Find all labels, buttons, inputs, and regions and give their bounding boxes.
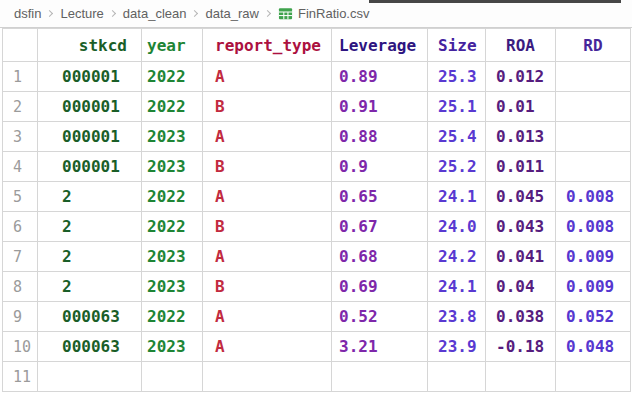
cell-rd-row3[interactable]: [556, 122, 631, 152]
cell-size-row4[interactable]: 25.2: [428, 152, 486, 182]
cell-size-row3[interactable]: 25.4: [428, 122, 486, 152]
cell-report_type-row7[interactable]: A: [203, 242, 332, 272]
cell-stkcd-row1[interactable]: 000001: [38, 62, 142, 92]
cell-size-row6[interactable]: 24.0: [428, 212, 486, 242]
cell-size-row9[interactable]: 23.8: [428, 302, 486, 332]
cell-report_type-row1[interactable]: A: [203, 62, 332, 92]
cell-roa-row10[interactable]: -0.18: [486, 332, 556, 362]
cell-rd-row9[interactable]: 0.052: [556, 302, 631, 332]
breadcrumb-item-folder[interactable]: data_raw: [205, 6, 258, 21]
column-header-year[interactable]: year: [142, 29, 203, 62]
cell-year-row8[interactable]: 2023: [142, 272, 203, 302]
cell-roa-row1[interactable]: 0.012: [486, 62, 556, 92]
cell-leverage-row7[interactable]: 0.68: [332, 242, 428, 272]
cell-year-row6[interactable]: 2022: [142, 212, 203, 242]
row-number[interactable]: 11: [3, 362, 38, 392]
cell-report_type-row11[interactable]: [203, 362, 332, 392]
cell-roa-row8[interactable]: 0.04: [486, 272, 556, 302]
cell-leverage-row6[interactable]: 0.67: [332, 212, 428, 242]
cell-report_type-row4[interactable]: B: [203, 152, 332, 182]
cell-roa-row2[interactable]: 0.01: [486, 92, 556, 122]
cell-rd-row7[interactable]: 0.009: [556, 242, 631, 272]
column-header-leverage[interactable]: Leverage: [332, 29, 428, 62]
cell-roa-row9[interactable]: 0.038: [486, 302, 556, 332]
column-header-size[interactable]: Size: [428, 29, 486, 62]
cell-size-row7[interactable]: 24.2: [428, 242, 486, 272]
cell-stkcd-row5[interactable]: 2: [38, 182, 142, 212]
cell-rd-row2[interactable]: [556, 92, 631, 122]
row-number[interactable]: 6: [3, 212, 38, 242]
column-header-rd[interactable]: RD: [556, 29, 631, 62]
cell-size-row10[interactable]: 23.9: [428, 332, 486, 362]
cell-report_type-row2[interactable]: B: [203, 92, 332, 122]
cell-year-row7[interactable]: 2023: [142, 242, 203, 272]
cell-report_type-row3[interactable]: A: [203, 122, 332, 152]
cell-rd-row1[interactable]: [556, 62, 631, 92]
cell-leverage-row9[interactable]: 0.52: [332, 302, 428, 332]
cell-leverage-row10[interactable]: 3.21: [332, 332, 428, 362]
cell-year-row9[interactable]: 2022: [142, 302, 203, 332]
cell-rd-row11[interactable]: [556, 362, 631, 392]
cell-stkcd-row9[interactable]: 000063: [38, 302, 142, 332]
cell-year-row11[interactable]: [142, 362, 203, 392]
cell-roa-row11[interactable]: [486, 362, 556, 392]
cell-rd-row4[interactable]: [556, 152, 631, 182]
cell-year-row10[interactable]: 2023: [142, 332, 203, 362]
row-number[interactable]: 4: [3, 152, 38, 182]
cell-leverage-row3[interactable]: 0.88: [332, 122, 428, 152]
cell-size-row11[interactable]: [428, 362, 486, 392]
cell-rd-row8[interactable]: 0.009: [556, 272, 631, 302]
cell-year-row4[interactable]: 2023: [142, 152, 203, 182]
cell-leverage-row1[interactable]: 0.89: [332, 62, 428, 92]
row-number[interactable]: 5: [3, 182, 38, 212]
cell-roa-row4[interactable]: 0.011: [486, 152, 556, 182]
cell-leverage-row4[interactable]: 0.9: [332, 152, 428, 182]
cell-stkcd-row2[interactable]: 000001: [38, 92, 142, 122]
cell-year-row5[interactable]: 2022: [142, 182, 203, 212]
cell-roa-row6[interactable]: 0.043: [486, 212, 556, 242]
row-number[interactable]: 3: [3, 122, 38, 152]
cell-stkcd-row8[interactable]: 2: [38, 272, 142, 302]
cell-stkcd-row11[interactable]: [38, 362, 142, 392]
cell-year-row3[interactable]: 2023: [142, 122, 203, 152]
cell-report_type-row9[interactable]: A: [203, 302, 332, 332]
cell-stkcd-row7[interactable]: 2: [38, 242, 142, 272]
row-number[interactable]: 8: [3, 272, 38, 302]
cell-size-row1[interactable]: 25.3: [428, 62, 486, 92]
cell-year-row1[interactable]: 2022: [142, 62, 203, 92]
cell-leverage-row8[interactable]: 0.69: [332, 272, 428, 302]
cell-report_type-row6[interactable]: B: [203, 212, 332, 242]
cell-roa-row5[interactable]: 0.045: [486, 182, 556, 212]
cell-stkcd-row4[interactable]: 000001: [38, 152, 142, 182]
cell-rd-row6[interactable]: 0.008: [556, 212, 631, 242]
column-header-report_type[interactable]: report_type: [203, 29, 332, 62]
cell-roa-row7[interactable]: 0.041: [486, 242, 556, 272]
cell-leverage-row5[interactable]: 0.65: [332, 182, 428, 212]
cell-report_type-row5[interactable]: A: [203, 182, 332, 212]
row-number[interactable]: 9: [3, 302, 38, 332]
column-header-roa[interactable]: ROA: [486, 29, 556, 62]
cell-stkcd-row3[interactable]: 000001: [38, 122, 142, 152]
cell-size-row5[interactable]: 24.1: [428, 182, 486, 212]
row-number[interactable]: 1: [3, 62, 38, 92]
cell-rd-row5[interactable]: 0.008: [556, 182, 631, 212]
column-header-stkcd[interactable]: stkcd: [38, 29, 142, 62]
cell-stkcd-row10[interactable]: 000063: [38, 332, 142, 362]
cell-report_type-row8[interactable]: B: [203, 272, 332, 302]
cell-leverage-row2[interactable]: 0.91: [332, 92, 428, 122]
row-number[interactable]: 10: [3, 332, 38, 362]
cell-size-row8[interactable]: 24.1: [428, 272, 486, 302]
cell-stkcd-row6[interactable]: 2: [38, 212, 142, 242]
cell-leverage-row11[interactable]: [332, 362, 428, 392]
cell-report_type-row10[interactable]: A: [203, 332, 332, 362]
breadcrumb-item-folder[interactable]: dsfin: [14, 6, 41, 21]
breadcrumb-item-folder[interactable]: Lecture: [60, 6, 103, 21]
row-number[interactable]: 7: [3, 242, 38, 272]
cell-year-row2[interactable]: 2022: [142, 92, 203, 122]
breadcrumb-item-folder[interactable]: data_clean: [123, 6, 187, 21]
cell-roa-row3[interactable]: 0.013: [486, 122, 556, 152]
cell-size-row2[interactable]: 25.1: [428, 92, 486, 122]
cell-rd-row10[interactable]: 0.048: [556, 332, 631, 362]
row-number[interactable]: 2: [3, 92, 38, 122]
breadcrumb-item-file[interactable]: FinRatio.csv: [278, 6, 370, 21]
